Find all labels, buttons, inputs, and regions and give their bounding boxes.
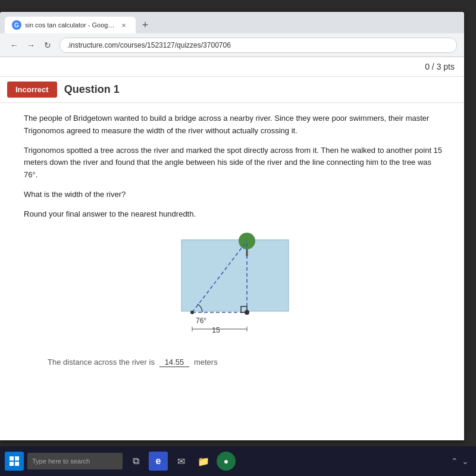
new-tab-button[interactable]: +: [137, 17, 154, 33]
address-bar: ← → ↻ .instructure.com/courses/1523127/q…: [0, 33, 464, 57]
refresh-button[interactable]: ↻: [40, 38, 55, 52]
taskbar-chrome-icon[interactable]: ●: [217, 452, 236, 471]
score-text: 0 / 3 pts: [425, 62, 455, 71]
answer-area: The distance across the river is meters: [24, 353, 446, 367]
river-rect: [181, 240, 289, 311]
browser-window: G sin cos tan calculator - Google S × + …: [0, 12, 464, 440]
taskbar-search-text: Type here to search: [32, 458, 90, 465]
svg-rect-7: [10, 456, 14, 461]
angle-label-text: 76°: [196, 317, 206, 325]
svg-point-1: [190, 311, 194, 314]
start-button[interactable]: [5, 452, 24, 471]
base-label-text: 15: [212, 326, 220, 334]
question-sub: Round your final answer to the nearest h…: [24, 208, 446, 221]
tab-label: sin cos tan calculator - Google S: [25, 21, 115, 29]
back-button[interactable]: ←: [7, 38, 21, 52]
incorrect-badge: Incorrect: [7, 82, 57, 98]
question-paragraph-1: The people of Bridgetown wanted to build…: [24, 112, 446, 137]
question-main: What is the width of the river?: [24, 189, 446, 201]
question-header: Incorrect Question 1: [0, 77, 464, 103]
svg-rect-8: [15, 456, 19, 461]
url-bar[interactable]: .instructure.com/courses/1523127/quizzes…: [60, 37, 457, 53]
question-title: Question 1: [64, 83, 120, 96]
taskbar-arrow-down[interactable]: ⌄: [462, 456, 469, 466]
answer-input-field[interactable]: [159, 358, 189, 367]
taskbar-arrow-up[interactable]: ⌃: [451, 456, 458, 466]
answer-suffix-text: meters: [194, 358, 218, 367]
tab-close-button[interactable]: ×: [119, 20, 129, 30]
svg-rect-10: [15, 462, 19, 466]
browser-tab-1[interactable]: G sin cos tan calculator - Google S ×: [5, 17, 136, 33]
river-diagram-svg: 76° 15: [170, 228, 300, 347]
question-paragraph-2: Trigonomos spotted a tree across the riv…: [24, 145, 446, 181]
taskbar-task-view[interactable]: ⧉: [126, 452, 145, 471]
svg-rect-9: [10, 462, 14, 466]
tab-bar: G sin cos tan calculator - Google S × +: [0, 12, 464, 33]
taskbar-search-box[interactable]: Type here to search: [27, 453, 123, 469]
taskbar-folder-icon[interactable]: 📁: [194, 452, 213, 471]
question-content: The people of Bridgetown wanted to build…: [0, 103, 464, 377]
nav-buttons: ← → ↻: [7, 38, 55, 52]
diagram: 76° 15: [170, 228, 300, 347]
score-bar: 0 / 3 pts: [0, 57, 464, 77]
taskbar-right-icons: ⌃ ⌄: [451, 456, 469, 466]
taskbar-mail-icon[interactable]: ✉: [171, 452, 190, 471]
taskbar: Type here to search ⧉ e ✉ 📁 ● ⌃ ⌄: [0, 446, 476, 476]
forward-button[interactable]: →: [24, 38, 38, 52]
answer-prefix-text: The distance across the river is: [48, 358, 155, 367]
tab-favicon: G: [12, 20, 21, 30]
url-text: .instructure.com/courses/1523127/quizzes…: [67, 41, 231, 49]
windows-icon: [9, 456, 20, 466]
content-area: 0 / 3 pts Incorrect Question 1 The peopl…: [0, 57, 464, 440]
taskbar-edge-icon[interactable]: e: [149, 452, 168, 471]
